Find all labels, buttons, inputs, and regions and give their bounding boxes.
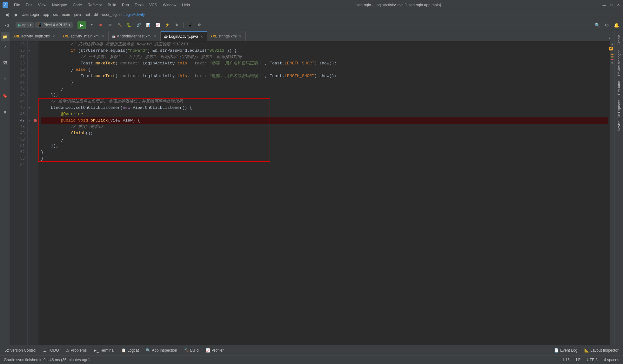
menu-navigate[interactable]: Navigate [50,2,70,8]
toolbar-back-btn[interactable]: ◁ [3,21,11,29]
stop-button[interactable]: ■ [97,21,105,29]
ln-44: 44 [10,98,27,105]
code-line-35: // 几行注释内容 后面接正确号是 howard 前面设定 903213 [41,41,608,48]
breadcrumb-loginactivity[interactable]: LoginActivity [124,12,145,17]
breadcrumb-userlogin[interactable]: UserLogin [22,12,39,17]
tab-close-loginactivity[interactable]: ✕ [199,34,204,39]
breadcrumb-drf[interactable]: drf [94,12,98,17]
sync-button[interactable]: ⚙ [106,21,114,29]
menu-window[interactable]: Window [160,2,179,8]
bottom-tab-logcat[interactable]: 📋 Logcat [118,346,142,355]
bottom-tab-event-log-label: Event Log [560,348,577,353]
tab-close-activity-login[interactable]: ✕ [51,34,56,38]
xml-icon-3: XML [211,35,217,38]
menu-vcs[interactable]: VCS [147,2,160,8]
bottom-tab-build[interactable]: 🔨 Build [181,346,202,355]
menu-run[interactable]: Run [119,2,131,8]
build-button[interactable]: 🔨 [116,21,124,29]
device-config-dropdown[interactable]: 📱 Pixel 4 API 33 ▾ [35,22,73,28]
menu-file[interactable]: File [11,2,23,8]
menu-tools[interactable]: Tools [132,2,146,8]
line-ending-text: LF [576,358,580,362]
minimize-button[interactable]: — [602,3,606,7]
run-button[interactable]: ▶ [77,21,86,29]
tab-close-manifest[interactable]: ✕ [153,34,157,38]
breadcrumb-app[interactable]: app [43,12,49,17]
tab-activity-login-xml[interactable]: XML activity_login.xml ✕ [10,31,59,41]
menu-build[interactable]: Build [105,2,119,8]
close-button[interactable]: ✕ [616,3,620,7]
sidebar-label-gradle[interactable]: Gradle [617,32,621,48]
bottom-tab-event-log[interactable]: 📄 Event Log [551,346,580,355]
sidebar-item-build-variants[interactable]: ⊞ [1,108,10,117]
sidebar-item-project[interactable]: 📁 [1,32,10,41]
ln-54: 54 [10,162,27,168]
coverage-button[interactable]: 📊 [144,21,152,29]
apply-changes[interactable]: ⚡ [163,21,171,29]
breadcrumb-main[interactable]: main [62,12,70,17]
tab-loginactivity-java[interactable]: ☕ LoginActivity.java ✕ [161,31,207,41]
main-area: 📁 ▷ 🖼 ≡ 🔖 ⊞ XML activity_login.xml ✕ XML… [0,31,623,345]
inspect-icon: 🔍 [146,348,151,353]
sidebar-item-resource-manager[interactable]: 🖼 [1,58,10,67]
scroll-down[interactable]: ▼ [611,62,613,65]
bottom-tab-version-control[interactable]: ⎇ Version Control [1,346,39,355]
tab-strings-xml[interactable]: XML strings.xml ✕ [207,31,246,41]
device-manager-btn[interactable]: 📱 [186,21,194,29]
bottom-tab-layout-inspector[interactable]: 📐 Layout Inspector [581,346,622,355]
debug-button[interactable]: 🐛 [125,21,133,29]
scroll-up[interactable]: ▲ [611,43,613,46]
maximize-button[interactable]: □ [609,3,613,7]
status-line-ending[interactable]: LF [575,355,582,364]
error-marker [611,59,613,60]
bottom-tab-todo[interactable]: ☰ TODO [40,346,62,355]
bottom-tab-app-inspection[interactable]: 🔍 App Inspection [143,346,180,355]
menu-code[interactable]: Code [70,2,84,8]
breadcrumb-user-login[interactable]: user_login [102,12,119,17]
sidebar-item-bookmarks[interactable]: 🔖 [1,91,10,100]
settings-btn[interactable]: ⚙ [603,21,611,29]
breakpoint-47[interactable] [34,119,37,122]
terminal-icon: ▶_ [94,348,99,353]
notifications-btn[interactable]: 🔔 [612,21,620,29]
code-content[interactable]: // 几行注释内容 后面接正确号是 howard 前面设定 903213 if … [38,41,610,345]
status-encoding[interactable]: UTF-8 [586,355,599,364]
status-indent[interactable]: 4 spaces [603,355,620,364]
sidebar-label-emulator[interactable]: Emulator [617,78,621,97]
tab-close-strings[interactable]: ✕ [238,34,242,38]
attach-debug[interactable]: 🔗 [135,21,143,29]
sidebar-label-device-file-explorer[interactable]: Device File Explorer [617,97,621,134]
breadcrumb-net[interactable]: net [85,12,90,17]
code-line-48: // 关闭当前窗口 [41,124,608,130]
reload-button[interactable]: ⟳ [87,21,95,29]
breakpoint-gutter [32,41,38,345]
breadcrumb-src[interactable]: src [53,12,58,17]
tab-androidmanifest[interactable]: 🤖 AndroidManifest.xml ✕ [109,31,161,41]
tabs-overflow-menu[interactable]: ⋮ [605,36,614,41]
apply-code-changes[interactable]: ↻ [173,21,181,29]
bottom-tab-profiler[interactable]: 📈 Profiler [202,346,227,355]
run-config-dropdown[interactable]: ▶ app ▾ [16,22,34,28]
v-scrollbar[interactable]: ▲ 4 ▾ ▼ [610,41,614,345]
back-button[interactable]: ◀ [3,10,11,19]
tab-activity-main-xml[interactable]: XML activity_main.xml ✕ [59,31,109,41]
bottom-tab-terminal[interactable]: ▶_ Terminal [90,346,117,355]
search-everywhere-btn[interactable]: 🔍 [593,21,601,29]
sdk-manager-btn[interactable]: ⚙ [195,21,204,29]
menu-refactor[interactable]: Refactor [85,2,104,8]
bottom-tab-problems[interactable]: ⚠ Problems [63,346,90,355]
profile-button[interactable]: 📈 [154,21,162,29]
tab-close-activity-main[interactable]: ✕ [101,34,105,38]
ln-51: 51 [10,143,27,149]
menu-view[interactable]: View [36,2,49,8]
sidebar-label-device-manager[interactable]: Device Manager [617,48,621,78]
status-position[interactable]: 1:16 [561,355,571,364]
forward-button[interactable]: ▶ [12,10,20,19]
sidebar-icon-arrow[interactable]: ▷ [1,42,10,51]
menu-help[interactable]: Help [179,2,192,8]
sidebar-item-structure[interactable]: ≡ [1,75,10,84]
tab-label-activity-main: activity_main.xml [70,34,99,38]
breadcrumb-java[interactable]: java [74,12,81,17]
menu-edit[interactable]: Edit [23,2,35,8]
ln-47: 47 [10,117,27,124]
